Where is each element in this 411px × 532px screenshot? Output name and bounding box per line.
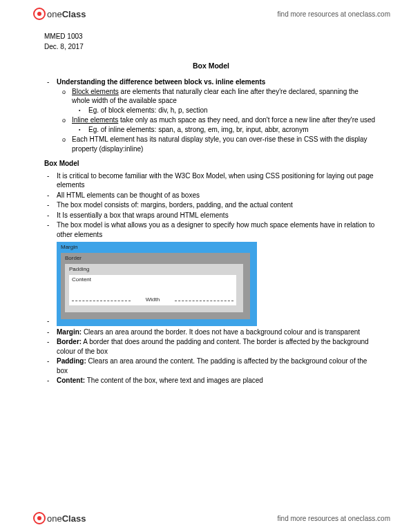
padding-def: Clears an area around the content. The p… bbox=[57, 357, 367, 374]
margin-def: Clears an area around the border. It doe… bbox=[82, 328, 360, 336]
def-content: Content: The content of the box, where t… bbox=[44, 376, 378, 386]
block-example: Eg. of block elements: div, h, p, sectio… bbox=[72, 106, 378, 115]
content-term: Content: bbox=[57, 377, 85, 384]
footer-link[interactable]: find more resources at oneclass.com bbox=[278, 515, 390, 522]
content-label: Content bbox=[72, 276, 91, 283]
border-def: A border that does around the padding an… bbox=[57, 338, 369, 355]
brand-part1: one bbox=[47, 9, 62, 19]
inline-term: Inline elements bbox=[72, 116, 118, 124]
section-1: Understanding the difference between blo… bbox=[44, 77, 378, 153]
content-layer: Content Width bbox=[69, 275, 236, 305]
bm-point-4: It Is essentially a box that wraps aroun… bbox=[44, 211, 378, 220]
brand-part2: Class bbox=[62, 9, 86, 19]
course-code: MMED 1003 bbox=[44, 32, 378, 41]
border-term: Border: bbox=[57, 338, 82, 345]
bm-point-5: The box model is what allows you as a de… bbox=[44, 220, 378, 239]
section-1-heading: Understanding the difference between blo… bbox=[57, 78, 265, 86]
border-layer: Border Padding Content Width bbox=[61, 253, 250, 319]
def-border: Border: A border that does around the pa… bbox=[44, 337, 378, 356]
section-2-list: It is critical to become familiar with t… bbox=[44, 171, 378, 240]
page-title: Box Model bbox=[44, 61, 378, 70]
def-margin: Margin: Clears an area around the border… bbox=[44, 327, 378, 337]
margin-label: Margin bbox=[61, 244, 77, 250]
brand-logo: oneClass bbox=[33, 8, 86, 20]
brand-part1: one bbox=[47, 513, 62, 524]
bm-point-1: It is critical to become familiar with t… bbox=[44, 171, 378, 190]
inline-example: Eg. of inline elements: span, a, strong,… bbox=[72, 125, 378, 135]
bm-point-3: The box model consists of: margins, bord… bbox=[44, 200, 378, 210]
block-term: Block elements bbox=[72, 88, 119, 95]
inline-def-text: take only as much space as they need, an… bbox=[118, 116, 375, 124]
brand-logo-footer: oneClass bbox=[33, 512, 86, 524]
header-link[interactable]: find more resources at oneclass.com bbox=[278, 10, 390, 18]
box-model-diagram: Margin Border Padding Content Width bbox=[44, 242, 378, 325]
margin-term: Margin: bbox=[57, 328, 82, 336]
bm-point-2: All HTML elements can be thought of as b… bbox=[44, 191, 378, 200]
document-date: Dec. 8, 2017 bbox=[44, 42, 378, 52]
content-def: The content of the box, where text and i… bbox=[85, 377, 263, 384]
definitions-list: Margin: Clears an area around the border… bbox=[44, 327, 378, 386]
padding-term: Padding: bbox=[57, 357, 86, 365]
logo-icon bbox=[33, 8, 46, 20]
def-padding: Padding: Clears an area around the conte… bbox=[44, 357, 378, 375]
block-def: Block elements are elements that natural… bbox=[57, 87, 378, 115]
inline-def: Inline elements take only as much space … bbox=[57, 115, 378, 134]
brand-part2: Class bbox=[62, 513, 86, 524]
margin-layer: Margin Border Padding Content Width bbox=[57, 242, 257, 325]
page-header: oneClass find more resources at oneclass… bbox=[0, 4, 411, 23]
page-footer: oneClass find more resources at oneclass… bbox=[0, 509, 411, 528]
document-body: MMED 1003 Dec. 8, 2017 Box Model Underst… bbox=[44, 32, 378, 386]
border-label: Border bbox=[65, 255, 82, 261]
padding-label: Padding bbox=[69, 266, 89, 272]
section-2-heading: Box Model bbox=[44, 159, 378, 169]
display-note: Each HTML element has its natural displa… bbox=[57, 135, 378, 153]
padding-layer: Padding Content Width bbox=[65, 264, 243, 312]
width-indicator: Width bbox=[69, 296, 236, 304]
logo-icon bbox=[33, 512, 46, 524]
